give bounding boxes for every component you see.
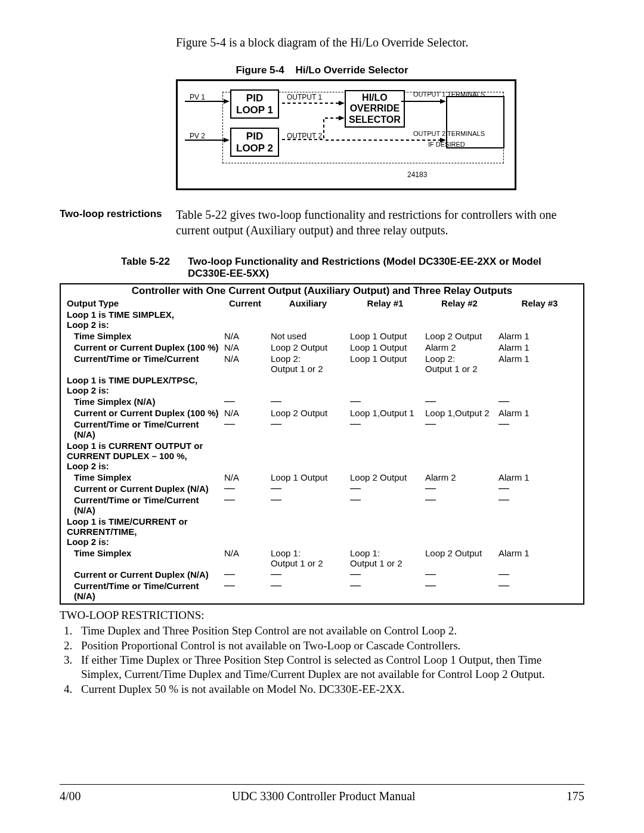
g3r3-c4: — [423,494,496,516]
g1r2-c2: Loop 2 Output [268,342,348,353]
g4r1-c5: Alarm 1 [496,547,583,569]
figure-diagram: PV 1 PV 2 PID LOOP 1 PID LOOP 2 OUTPUT 1… [176,79,516,190]
g2r3-c5: — [496,419,583,440]
page-footer: 4/00 UDC 3300 Controller Product Manual … [60,784,584,803]
g2r1-c0: Time Simplex (N/A) [61,396,222,407]
g3r3-c2: — [268,494,348,516]
g2r1-c2: — [268,396,348,407]
restr-3: If either Time Duplex or Three Position … [75,653,584,682]
g1r2-c1: N/A [222,342,268,353]
restr-4: Current Duplex 50 % is not available on … [75,682,584,696]
g3r3-c0: Current/Time or Time/Current (N/A) [61,494,222,516]
g4r1-c3: Loop 1:Output 1 or 2 [348,547,423,569]
pid-loop1-box: PID LOOP 1 [230,89,279,119]
svg-marker-3 [224,138,230,143]
g4r1-c0: Time Simplex [61,547,222,569]
side-body-twoloop: Table 5-22 gives two-loop functionality … [176,207,584,238]
figure-title: Hi/Lo Override Selector [296,64,408,76]
g4r3-c5: — [496,580,583,603]
table-title: Controller with One Current Output (Auxi… [61,284,583,298]
g3-head: Loop 1 is CURRENT OUTPUT or CURRENT DUPL… [61,440,222,472]
g2r2-c0: Current or Current Duplex (100 %) [61,407,222,419]
g1r1-c3: Loop 1 Output [348,330,423,342]
g2r1-c1: — [222,396,268,407]
g3r3-c5: — [496,494,583,516]
restrictions-head: TWO-LOOP RESTRICTIONS: [60,609,205,621]
g2-head: Loop 1 is TIME DUPLEX/TPSC,Loop 2 is: [61,374,222,396]
g3c: Loop 2 is: [67,461,109,471]
table-caption-text: Two-loop Functionality and Restrictions … [188,256,578,280]
g4c: Loop 2 is: [67,537,109,547]
col-h3: Relay #1 [348,298,423,309]
pid2-l2: LOOP 2 [236,143,273,154]
svg-marker-1 [224,99,230,104]
g1r3-c1: N/A [222,353,268,374]
main-table: Controller with One Current Output (Auxi… [61,284,583,603]
pid-loop2-box: PID LOOP 2 [230,128,279,157]
g1r3-c4: Loop 2:Output 1 or 2 [423,353,496,374]
svg-marker-5 [339,101,345,106]
g4r2-c0: Current or Current Duplex (N/A) [61,569,222,580]
footer-center: UDC 3300 Controller Product Manual [232,789,416,803]
restrictions-block: TWO-LOOP RESTRICTIONS: Time Duplex and T… [60,608,584,696]
col-h2: Auxiliary [268,298,348,309]
g4r1-c4: Loop 2 Output [423,547,496,569]
table-label: Table 5-22 [66,256,170,280]
pid1-l1: PID [246,92,263,104]
side-heading-twoloop: Two-loop restrictions [60,207,176,238]
g3r1-c0: Time Simplex [61,472,222,483]
hilo-l1: HI/LO [362,92,388,103]
g3r3-c1: — [222,494,268,516]
g1r2-c0: Current or Current Duplex (100 %) [61,342,222,353]
g2r3-c2: — [268,419,348,440]
g2r1-c3: — [348,396,423,407]
footer-right: 175 [566,789,584,803]
g4r3-c2: — [268,580,348,603]
table-caption: Table 5-22 Two-loop Functionality and Re… [60,256,584,280]
hilo-l3: SELECTOR [349,114,401,125]
label-output1: OUTPUT 1 [287,93,322,101]
footer-left: 4/00 [60,789,81,803]
g1r1-c2: Not used [268,330,348,342]
restr-1: Time Duplex and Three Position Step Cont… [75,624,584,638]
g1r2-c3: Loop 1 Output [348,342,423,353]
g4b: CURRENT/TIME, [67,527,137,537]
g3a: Loop 1 is CURRENT OUTPUT or [67,441,203,451]
svg-marker-6 [339,116,345,120]
pid2-l1: PID [246,131,263,142]
figure-caption: Figure 5-4 Hi/Lo Override Selector [60,64,584,76]
g1r2-c5: Alarm 1 [496,342,583,353]
restr-2: Position Proportional Control is not ava… [75,639,584,653]
g1r1-c4: Loop 2 Output [423,330,496,342]
g3r3-c3: — [348,494,423,516]
g1r1-c1: N/A [222,330,268,342]
col-h1: Current [222,298,268,309]
hilo-l2: OVERRIDE [350,103,400,113]
svg-rect-11 [447,97,504,148]
g4-head: Loop 1 is TIME/CURRENT or CURRENT/TIME, … [61,516,222,547]
g1r1-c5: Alarm 1 [496,330,583,342]
col-h0: Output Type [61,298,222,309]
figure-label: Figure 5-4 [236,64,284,76]
g4r1-c1: N/A [222,547,268,569]
g4a: Loop 1 is TIME/CURRENT or [67,516,188,527]
g2r3-c1: — [222,419,268,440]
pid1-l2: LOOP 1 [236,104,273,116]
g1-head: Loop 1 is TIME SIMPLEX,Loop 2 is: [61,309,222,330]
figure-number: 24183 [407,171,427,179]
g4r3-c0: Current/Time or Time/Current (N/A) [61,580,222,603]
g2r3-c3: — [348,419,423,440]
g1r3-c2: Loop 2:Output 1 or 2 [268,353,348,374]
g4r1-c2: Loop 1:Output 1 or 2 [268,547,348,569]
table-container: Controller with One Current Output (Auxi… [60,283,584,605]
g4r3-c3: — [348,580,423,603]
col-h4: Relay #2 [423,298,496,309]
intro-text: Figure 5-4 is a block diagram of the Hi/… [176,36,584,49]
g3b: CURRENT DUPLEX – 100 %, [67,451,187,461]
g2r3-c4: — [423,419,496,440]
g2r3-c0: Current/Time or Time/Current (N/A) [61,419,222,440]
g4r3-c1: — [222,580,268,603]
g1r2-c4: Alarm 2 [423,342,496,353]
g2r1-c5: — [496,396,583,407]
col-h5: Relay #3 [496,298,583,309]
